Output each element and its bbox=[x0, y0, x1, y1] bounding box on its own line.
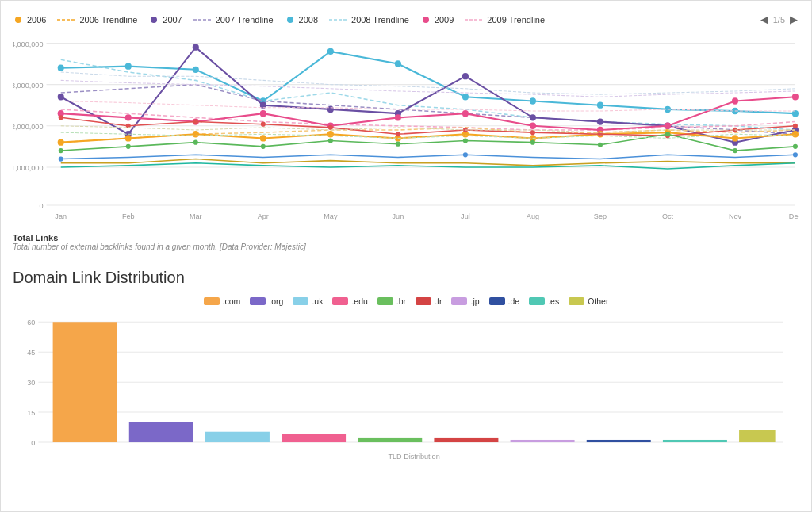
legend-item-2008: 2008 bbox=[285, 15, 318, 25]
bar-label-edu: .edu bbox=[351, 296, 367, 306]
svg-point-2 bbox=[151, 17, 157, 23]
bar-com bbox=[53, 322, 117, 442]
svg-text:45: 45 bbox=[27, 349, 35, 357]
bar-jp bbox=[511, 440, 575, 442]
legend-item-2008t: 2008 Trendline bbox=[329, 15, 409, 25]
legend-prev-button[interactable]: ◀ bbox=[759, 13, 770, 25]
bar-legend-org: .org bbox=[250, 296, 283, 306]
svg-point-77 bbox=[792, 131, 799, 137]
svg-text:Jun: Jun bbox=[393, 212, 404, 220]
svg-point-81 bbox=[261, 122, 266, 127]
legend-label-2008t: 2008 Trendline bbox=[351, 15, 409, 25]
bar-swatch-other bbox=[569, 297, 584, 305]
svg-point-85 bbox=[530, 130, 535, 135]
svg-text:Nov: Nov bbox=[729, 212, 742, 220]
bar-label-com: .com bbox=[223, 296, 241, 306]
svg-text:4,000,000: 4,000,000 bbox=[13, 40, 43, 48]
bar-uk bbox=[205, 432, 270, 442]
bar-label-fr: .fr bbox=[435, 296, 442, 306]
svg-point-4 bbox=[287, 17, 293, 23]
svg-point-30 bbox=[58, 65, 64, 71]
legend-label-2008: 2008 bbox=[299, 15, 318, 25]
bar-de bbox=[587, 440, 651, 442]
bar-swatch-com bbox=[204, 297, 220, 305]
bar-legend-br: .br bbox=[377, 296, 406, 306]
bar-label-jp: .jp bbox=[470, 296, 479, 306]
svg-point-76 bbox=[732, 135, 738, 141]
bar-fr bbox=[434, 438, 498, 442]
bar-other bbox=[739, 430, 776, 442]
legend-label-2007: 2007 bbox=[163, 15, 182, 25]
bar-label-es: .es bbox=[548, 296, 559, 306]
svg-point-61 bbox=[530, 123, 536, 129]
svg-text:30: 30 bbox=[27, 379, 35, 387]
svg-point-95 bbox=[396, 142, 400, 147]
svg-point-67 bbox=[125, 135, 132, 141]
legend-nav: ◀ 1/5 ▶ bbox=[759, 13, 799, 25]
svg-text:Oct: Oct bbox=[662, 212, 674, 220]
svg-point-50 bbox=[597, 118, 603, 124]
line-chart-svg: 4,000,000 3,000,000 2,000,000 1,000,000 … bbox=[13, 35, 799, 225]
svg-point-70 bbox=[327, 131, 334, 137]
svg-point-91 bbox=[126, 144, 131, 149]
svg-point-90 bbox=[59, 148, 63, 153]
svg-point-49 bbox=[530, 114, 536, 120]
svg-point-63 bbox=[665, 123, 671, 129]
svg-point-6 bbox=[423, 17, 429, 23]
svg-text:60: 60 bbox=[27, 319, 35, 327]
bar-label-org: .org bbox=[269, 296, 283, 306]
legend-label-2009: 2009 bbox=[435, 15, 454, 25]
svg-point-99 bbox=[665, 132, 670, 136]
chart-description: Total Links Total number of external bac… bbox=[13, 228, 799, 256]
svg-point-78 bbox=[59, 115, 63, 120]
svg-point-102 bbox=[59, 156, 63, 161]
bar-section-title: Domain Link Distribution bbox=[13, 269, 799, 287]
svg-text:0: 0 bbox=[31, 439, 35, 447]
bar-legend-other: Other bbox=[569, 296, 608, 306]
legend-label-2006t: 2006 Trendline bbox=[79, 15, 137, 25]
legend-nav-text: 1/5 bbox=[773, 15, 785, 25]
legend-item-2009t: 2009 Trendline bbox=[465, 15, 545, 25]
svg-text:Jan: Jan bbox=[55, 212, 67, 220]
svg-point-96 bbox=[463, 138, 468, 143]
bar-legend-fr: .fr bbox=[416, 296, 442, 306]
bar-swatch-jp bbox=[451, 297, 467, 305]
svg-text:Mar: Mar bbox=[190, 212, 202, 220]
legend-item-2009: 2009 bbox=[420, 15, 454, 25]
bar-swatch-edu bbox=[332, 297, 348, 305]
bar-chart-legend: .com .org .uk .edu .br .fr bbox=[13, 296, 799, 306]
legend-item-2006: 2006 bbox=[13, 15, 46, 25]
svg-text:1,000,000: 1,000,000 bbox=[13, 164, 43, 172]
line-chart-area: 4,000,000 3,000,000 2,000,000 1,000,000 … bbox=[13, 35, 799, 225]
svg-point-55 bbox=[125, 114, 132, 120]
svg-text:2,000,000: 2,000,000 bbox=[13, 123, 43, 131]
bar-legend-uk: .uk bbox=[293, 296, 323, 306]
svg-text:Apr: Apr bbox=[258, 212, 269, 220]
svg-point-83 bbox=[396, 132, 400, 136]
svg-point-32 bbox=[193, 67, 199, 73]
legend-next-button[interactable]: ▶ bbox=[788, 13, 799, 25]
svg-point-97 bbox=[530, 140, 535, 145]
bar-swatch-fr bbox=[416, 297, 431, 305]
bar-swatch-es bbox=[529, 297, 545, 305]
legend-label-2007t: 2007 Trendline bbox=[216, 15, 274, 25]
svg-point-38 bbox=[597, 102, 603, 109]
svg-point-94 bbox=[328, 138, 333, 143]
legend-item-2006t: 2006 Trendline bbox=[57, 15, 137, 25]
svg-point-35 bbox=[395, 60, 401, 67]
svg-point-101 bbox=[793, 144, 798, 149]
legend-item-2007: 2007 bbox=[148, 15, 182, 25]
svg-point-82 bbox=[328, 125, 333, 130]
main-container: 2006 2006 Trendline 2007 2007 Trendline … bbox=[0, 0, 812, 512]
bar-legend-com: .com bbox=[204, 296, 241, 306]
svg-point-60 bbox=[462, 110, 469, 117]
svg-point-34 bbox=[327, 48, 334, 55]
svg-point-100 bbox=[733, 148, 737, 153]
svg-point-57 bbox=[260, 110, 266, 117]
svg-point-66 bbox=[58, 139, 64, 145]
bar-br bbox=[358, 438, 422, 442]
svg-text:Sep: Sep bbox=[594, 212, 607, 220]
bar-label-br: .br bbox=[396, 296, 406, 306]
bar-edu bbox=[282, 434, 346, 442]
svg-point-104 bbox=[793, 152, 798, 157]
